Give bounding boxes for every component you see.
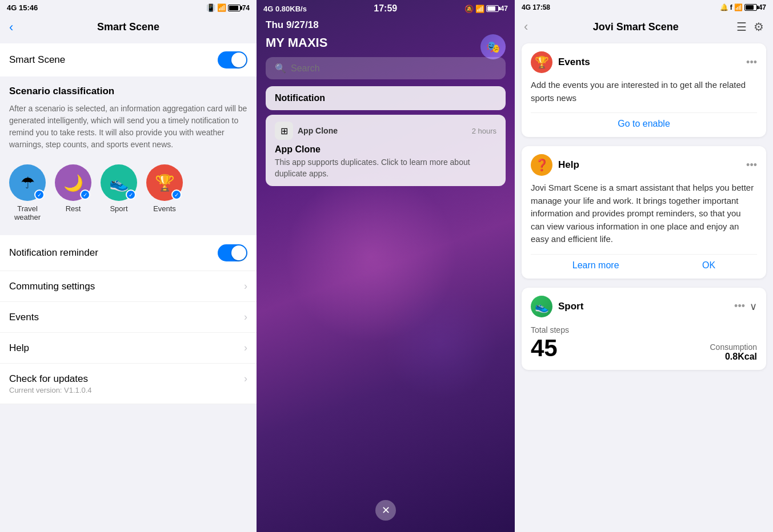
ok-button[interactable]: OK [702, 260, 715, 271]
sneaker-icon: 👟 [535, 300, 549, 313]
page-title-p3: Jovi Smart Scene [535, 21, 736, 33]
events-circle: 🏆 ✓ [146, 164, 183, 201]
commuting-label: Commuting settings [9, 281, 95, 292]
help-label: Help [9, 342, 29, 354]
rest-circle: 🌙 ✓ [55, 164, 91, 201]
rest-check: ✓ [80, 190, 90, 200]
commuting-row[interactable]: Commuting settings › [0, 271, 257, 302]
statusbar-time-p2: 17:59 [374, 3, 397, 14]
battery-fill-p3 [746, 5, 754, 10]
sport-card-header: 👟 Sport ••• ∨ [531, 296, 757, 317]
rest-label: Rest [66, 204, 81, 213]
notification-section: Notification reminder Commuting settings… [0, 235, 257, 404]
scenario-section: Scenario classification After a scenario… [0, 76, 257, 155]
battery-level-p1: 74 [242, 4, 250, 12]
travel-weather-emoji: ☂ [21, 174, 35, 192]
list-icon[interactable]: ☰ [736, 20, 747, 34]
notification-title: Notification [275, 93, 325, 103]
sport-label: Sport [110, 204, 127, 213]
wifi-icon-p3: 📶 [734, 3, 743, 11]
statusbar-right-icons-p1: 📳 📶 74 [206, 3, 250, 12]
help-card-title: Help [558, 159, 746, 171]
statusbar-left-p3: 4G 17:58 [522, 3, 550, 11]
dismiss-button[interactable]: ✕ [375, 500, 396, 521]
question-icon: ❓ [535, 158, 549, 172]
help-card-desc: Jovi Smart Scene is a smart assistant th… [531, 182, 757, 246]
events-card-header: 🏆 Events ••• [531, 51, 757, 73]
icon-events[interactable]: 🏆 ✓ Events [146, 164, 183, 221]
updates-row[interactable]: Check for updates › Current version: V1.… [0, 364, 257, 404]
battery-icon-p1 [228, 5, 241, 11]
notification-row: Notification reminder [0, 235, 257, 271]
icon-sport[interactable]: 👟 ✓ Sport [101, 164, 137, 221]
date-display: Thu 9/27/18 [257, 17, 515, 33]
notification-panel: 4G 0.80KB/s 17:59 🔕 📶 47 🎭 Thu 9/27/18 M… [257, 0, 515, 532]
icon-travel-weather[interactable]: ☂ ✓ Travelweather [9, 164, 46, 221]
help-row[interactable]: Help › [0, 333, 257, 364]
events-label: Events [153, 204, 176, 213]
card-desc: This app supports duplicates. Click to l… [275, 157, 496, 179]
events-menu-label: Events [9, 312, 39, 323]
smart-scene-toggle[interactable] [218, 51, 247, 68]
commuting-chevron: › [244, 280, 247, 292]
steps-value: 45 [531, 334, 569, 362]
back-button-p3[interactable]: ‹ [524, 19, 528, 34]
consumption-label: Consumption [710, 342, 758, 352]
trophy-icon: 🏆 [535, 55, 549, 69]
back-button-p1[interactable]: ‹ [9, 20, 13, 35]
go-to-enable-button[interactable]: Go to enable [531, 112, 757, 129]
events-row[interactable]: Events › [0, 302, 257, 333]
header-icons: ☰ ⚙ [736, 20, 764, 34]
version-text: Current version: V1.1.0.4 [9, 386, 92, 394]
page-header-p3: ‹ Jovi Smart Scene ☰ ⚙ [515, 15, 773, 39]
consumption-display: Consumption 0.8Kcal [710, 342, 758, 362]
events-jovi-icon: 🏆 [531, 51, 552, 73]
statusbar-right-p2: 🔕 📶 47 [464, 5, 508, 13]
learn-more-button[interactable]: Learn more [572, 260, 619, 271]
sport-card: 👟 Sport ••• ∨ Total steps 45 Consumption… [522, 288, 766, 370]
page-header-p1: ‹ Smart Scene [0, 15, 257, 39]
battery-fill-p1 [229, 6, 238, 10]
sport-jovi-icon: 👟 [531, 296, 552, 317]
travel-weather-circle: ☂ ✓ [9, 164, 46, 201]
updates-chevron: › [244, 373, 247, 385]
settings-icon[interactable]: ⚙ [754, 20, 764, 34]
sport-emoji: 👟 [109, 174, 129, 192]
settings-panel: 4G 15:46 📳 📶 74 ‹ Smart Scene Smart Scen… [0, 0, 257, 532]
statusbar-left-p1: 4G 15:46 [7, 3, 38, 12]
help-card: ❓ Help ••• Jovi Smart Scene is a smart a… [522, 146, 766, 279]
events-more-button[interactable]: ••• [746, 57, 757, 68]
jovi-panel: 4G 17:58 🔔 f 📶 47 ‹ Jovi Smart Scene ☰ ⚙… [515, 0, 773, 532]
notification-header: Notification [266, 86, 506, 110]
events-chevron: › [244, 311, 247, 323]
updates-label: Check for updates [9, 373, 88, 385]
sport-stats: Total steps 45 Consumption 0.8Kcal [531, 325, 757, 362]
notification-toggle[interactable] [218, 244, 247, 261]
smart-scene-toggle-row: Smart Scene [0, 43, 257, 76]
scenario-title: Scenario classification [9, 86, 247, 97]
help-more-button[interactable]: ••• [746, 159, 757, 171]
sport-expand-button[interactable]: ∨ [750, 300, 757, 313]
help-card-header: ❓ Help ••• [531, 154, 757, 176]
card-title: App Clone [275, 144, 496, 155]
wifi-icon: 📶 [217, 3, 226, 12]
smart-scene-label: Smart Scene [9, 54, 65, 66]
consumption-value: 0.8Kcal [710, 352, 758, 362]
battery-fill-p2 [487, 6, 495, 11]
app-clone-card[interactable]: ⊞ App Clone 2 hours App Clone This app s… [266, 115, 506, 186]
sport-check: ✓ [126, 190, 136, 200]
icon-rest[interactable]: 🌙 ✓ Rest [55, 164, 91, 221]
battery-icon-p3 [744, 4, 757, 11]
battery-level-p2: 47 [500, 5, 508, 13]
app-clone-icon: ⊞ [281, 126, 288, 136]
travel-weather-label: Travelweather [14, 204, 41, 221]
bell-icon: 🔔 [720, 3, 728, 11]
travel-weather-check: ✓ [34, 190, 45, 200]
events-card: 🏆 Events ••• Add the events you are inte… [522, 43, 766, 137]
sport-more-button[interactable]: ••• [734, 300, 745, 312]
statusbar-panel2: 4G 0.80KB/s 17:59 🔕 📶 47 [257, 0, 515, 17]
search-input[interactable] [291, 63, 496, 74]
help-chevron: › [244, 342, 247, 354]
battery-level-p3: 47 [759, 3, 766, 11]
search-bar[interactable]: 🔍 [266, 57, 506, 79]
